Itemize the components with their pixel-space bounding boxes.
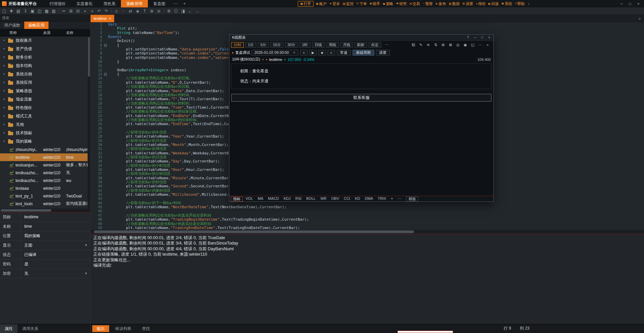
collapse-icon[interactable]: « (484, 42, 491, 48)
save-all-icon[interactable]: ◫ (36, 8, 43, 14)
strategy-row[interactable]: testkauzho...winter110wu (0, 177, 90, 184)
symbol-close-icon[interactable]: × (262, 58, 264, 62)
editor-hscrollbar[interactable] (91, 230, 644, 234)
folder-row[interactable]: ▼资产负债 (0, 45, 90, 53)
indicator-tab-OBV[interactable]: OBV (329, 196, 341, 201)
strategy-row[interactable]: testaaawinter110 (0, 184, 90, 192)
sidebar-tab-策略应用[interactable]: 策略应用 (24, 22, 49, 29)
strategy-row[interactable]: testkuazho...winter110无 (0, 169, 90, 177)
expand-arrow-icon[interactable]: ▼ (3, 56, 7, 59)
replay-datetime-dropdown[interactable]: 2025-01-02 09:30:00 ▼ (252, 50, 298, 56)
replay-button-设置[interactable]: 设置 (376, 50, 390, 56)
menu-item-strategy[interactable]: ◆策略 (382, 1, 395, 7)
output-tab-查找[interactable]: 查找 (137, 325, 154, 332)
indent-icon[interactable]: » (89, 8, 96, 14)
folder-row[interactable]: ▼财务分析 (0, 53, 90, 62)
open-folder-icon[interactable]: ▤ (15, 8, 22, 14)
zoom-out-icon[interactable]: ⊖ (155, 8, 162, 14)
zoom-in-icon[interactable]: ⊕ (148, 8, 155, 14)
tab-overflow-icon[interactable]: » (639, 16, 641, 21)
delete-icon[interactable]: ⊠ (447, 42, 454, 48)
expand-arrow-icon[interactable]: ▼ (3, 132, 7, 135)
sidebar-bottom-tab-调用关系[interactable]: 调用关系 (18, 324, 43, 333)
indicator-tab-MA[interactable]: MA (256, 196, 265, 201)
folder-row[interactable]: ▼现金流量 (0, 95, 90, 104)
folder-row[interactable]: ▼系统应用 (0, 78, 90, 87)
strategy-row[interactable]: testtimewinter110time (0, 153, 90, 161)
circle-icon[interactable]: ◉ (462, 42, 469, 48)
fold-icon[interactable]: − (104, 44, 107, 47)
copy-icon[interactable]: ⊞ (67, 8, 74, 14)
period-button-月线[interactable]: 月线 (340, 42, 353, 48)
paste-icon[interactable]: ⊟ (74, 8, 82, 14)
replay-button-基础周期[interactable]: 基础周期 (353, 50, 374, 56)
property-value[interactable]: 无▼ (21, 269, 90, 278)
period-button-1时[interactable]: 1时 (299, 42, 311, 48)
period-button-5分[interactable]: 5分 (258, 42, 269, 48)
expand-arrow-icon[interactable]: ▼ (3, 140, 7, 143)
add-file-icon[interactable]: ✚ (8, 8, 15, 14)
dropdown-arrow-icon[interactable]: ▼ (85, 241, 88, 250)
period-button-自定[interactable]: 自定 (368, 42, 381, 48)
fullscreen-icon[interactable]: ◱ (470, 42, 476, 48)
panel-icon[interactable]: ◨ (180, 8, 187, 14)
column-header[interactable]: 简称 (9, 29, 17, 36)
indicator-tab-KDJ[interactable]: KDJ (282, 196, 293, 201)
period-button-⋯[interactable]: ⋯ (383, 42, 391, 48)
close-button[interactable]: × (634, 0, 643, 7)
new-file-icon[interactable]: ▢ (1, 8, 8, 14)
export-icon[interactable]: ↧ (22, 8, 29, 14)
indicator-tab-CCI[interactable]: CCI (342, 196, 352, 201)
expand-arrow-icon[interactable]: ▼ (3, 81, 7, 84)
strategy-row[interactable]: zhisunzhiyi..winter110zhisunzhiying (0, 146, 90, 153)
expand-arrow-icon[interactable]: ▼ (3, 106, 7, 109)
redo-icon[interactable]: ↷ (103, 8, 110, 14)
expand-arrow-icon[interactable]: ▼ (3, 39, 7, 42)
cut-icon[interactable]: ✂ (60, 8, 67, 14)
fold-icon[interactable]: − (104, 73, 107, 76)
chart-maximize-icon[interactable]: □ (479, 35, 486, 40)
tab-add-icon[interactable]: + (181, 0, 189, 7)
contact-support-button[interactable]: 联系客服 (231, 94, 491, 102)
highlight-icon[interactable]: ◈ (134, 8, 141, 14)
indicator-tab-模板[interactable]: 模板 (406, 196, 418, 201)
property-value[interactable]: 我的策略 (21, 231, 90, 240)
property-value[interactable]: 已编译 (21, 250, 90, 259)
period-button-周线[interactable]: 周线 (326, 42, 339, 48)
expand-arrow-icon[interactable]: ▼ (3, 115, 7, 118)
menu-item-settings[interactable]: ⚙设置 (461, 1, 475, 7)
chart-close-icon[interactable]: × (486, 35, 493, 40)
code-line[interactable]: 45 plt.table(tableName,"NextBarDateTime"… (91, 205, 644, 209)
replace-icon[interactable]: ⇄ (127, 8, 134, 14)
undo-icon[interactable]: ↶ (96, 8, 103, 14)
menu-overflow-icon[interactable]: › (526, 0, 531, 7)
menu-item-open[interactable]: ▣打开 (298, 1, 314, 7)
folder-row[interactable]: ▼系统示例 (0, 70, 90, 78)
expand-arrow-icon[interactable]: ▼ (3, 73, 7, 76)
search-icon[interactable]: ◌ (120, 8, 127, 14)
fast-forward-button[interactable]: » (327, 50, 335, 56)
indicator-tab-WR[interactable]: WR (318, 196, 328, 201)
expand-arrow-icon[interactable]: ▼ (3, 98, 7, 101)
indicator-tab-KD[interactable]: KD (353, 196, 362, 201)
chart-help-icon[interactable]: ? (464, 35, 472, 40)
titlebar-tab[interactable]: 实盘量化 (71, 0, 98, 7)
folder-row[interactable]: ▼无他 (0, 120, 90, 129)
code-line[interactable]: 1Vars (91, 23, 644, 27)
folder-row[interactable]: ▼模式工具 (0, 112, 90, 120)
menu-item-alert[interactable]: ◔预警 (421, 1, 434, 7)
folder-row[interactable]: ▼特色报价 (0, 104, 90, 112)
editor-tab-testtime[interactable]: testtime × (91, 15, 114, 22)
folder-row[interactable]: ▼策略选股 (0, 87, 90, 95)
settings-icon[interactable]: ⚙ (165, 8, 172, 14)
menu-item-order[interactable]: ✎下单 (355, 1, 368, 7)
tree-vscroll-thumb[interactable] (88, 37, 90, 77)
property-value[interactable]: 是 (21, 260, 90, 269)
folder-row[interactable]: ▼我的策略 (0, 137, 90, 146)
strategy-row[interactable]: test_py_1winter110TwoDual (0, 192, 90, 200)
period-button-日线[interactable]: 日线 (312, 42, 325, 48)
select-icon[interactable]: ◇ (113, 8, 120, 14)
print-preview-icon[interactable]: ▧ (50, 8, 57, 14)
property-value[interactable]: testtime (21, 213, 90, 222)
period-button-分时[interactable]: 分时 (231, 42, 244, 48)
